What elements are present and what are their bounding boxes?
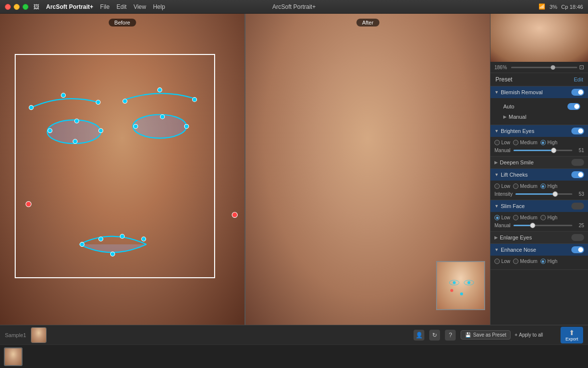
- menu-edit[interactable]: Edit: [117, 3, 127, 10]
- film-item-1[interactable]: [4, 347, 23, 366]
- svg-point-12: [133, 124, 138, 129]
- svg-point-8: [48, 129, 52, 133]
- after-image: [245, 14, 490, 325]
- bottom-toolbar: Sample1 👤 ↻ ? 💾 Save as Preset + Apply t…: [0, 325, 588, 344]
- apply-all-button[interactable]: + Apply to all: [514, 332, 543, 338]
- nose-low-radio[interactable]: [494, 259, 500, 264]
- nose-medium-label: Medium: [520, 259, 538, 264]
- brighten-high-option[interactable]: High: [540, 140, 558, 145]
- blemish-toggle[interactable]: [571, 89, 584, 96]
- brighten-high-label: High: [547, 140, 558, 145]
- enhance-nose-expand-arrow: ▼: [494, 247, 499, 252]
- edit-link[interactable]: Edit: [574, 77, 583, 82]
- enhance-nose-toggle[interactable]: [571, 246, 584, 253]
- before-label: Before: [108, 19, 136, 26]
- slim-face-toggle[interactable]: [571, 203, 584, 210]
- slim-face-content: Low Medium High Manual: [490, 212, 588, 231]
- brighten-slider-row: Manual 51: [494, 148, 584, 153]
- filmstrip: [0, 344, 588, 368]
- brighten-eyes-toggle[interactable]: [571, 128, 584, 134]
- nose-medium-option[interactable]: Medium: [513, 259, 538, 264]
- brighten-medium-option[interactable]: Medium: [513, 140, 538, 145]
- enhance-nose-radio-row: Low Medium High: [494, 259, 584, 264]
- nose-high-label: High: [547, 259, 558, 264]
- brighten-medium-radio[interactable]: [513, 140, 518, 145]
- cheeks-slider[interactable]: [515, 193, 572, 195]
- refresh-icon[interactable]: ↻: [429, 330, 440, 341]
- cheeks-low-radio[interactable]: [494, 184, 500, 189]
- svg-point-15: [80, 242, 84, 247]
- zoom-slider[interactable]: [511, 67, 577, 68]
- menu-file[interactable]: File: [100, 3, 109, 10]
- nose-high-option[interactable]: High: [540, 259, 558, 264]
- enlarge-eyes-section[interactable]: ▶ Enlarge Eyes: [490, 232, 588, 244]
- before-panel: Before: [0, 14, 245, 325]
- blemish-auto-toggle[interactable]: [567, 103, 580, 110]
- close-button[interactable]: [5, 4, 11, 10]
- export-button[interactable]: ⬆ Export: [561, 327, 583, 343]
- deepen-smile-toggle[interactable]: [571, 159, 584, 166]
- enhance-nose-header[interactable]: ▼ Enhance Nose: [490, 244, 588, 256]
- menu-help[interactable]: Help: [153, 3, 165, 10]
- slim-high-radio[interactable]: [540, 215, 546, 220]
- battery-pct: 3%: [549, 4, 557, 10]
- blemish-removal-header[interactable]: ▼ Blemish Removal: [490, 86, 588, 98]
- cheeks-medium-radio[interactable]: [513, 184, 518, 189]
- svg-point-1: [133, 115, 186, 138]
- nose-low-option[interactable]: Low: [494, 259, 510, 264]
- cheeks-medium-option[interactable]: Medium: [513, 184, 538, 189]
- brighten-slider[interactable]: [514, 150, 572, 151]
- export-section: ⬆ Export: [561, 327, 583, 343]
- blemish-expand-arrow: ▼: [494, 90, 499, 95]
- blemish-auto-item: Auto: [494, 101, 584, 112]
- slim-medium-option[interactable]: Medium: [513, 215, 538, 220]
- svg-point-9: [74, 119, 79, 123]
- slim-slider[interactable]: [514, 225, 572, 226]
- brighten-eyes-header[interactable]: ▼ Brighten Eyes: [490, 125, 588, 137]
- lift-cheeks-radio-row: Low Medium High: [494, 184, 584, 189]
- brighten-high-radio[interactable]: [540, 140, 546, 145]
- brighten-slider-value: 51: [575, 148, 584, 153]
- zoom-fit-icon[interactable]: ⊡: [579, 64, 584, 71]
- brighten-eyes-title: Brighten Eyes: [501, 128, 571, 134]
- slim-face-expand-arrow: ▼: [494, 204, 499, 209]
- slim-high-option[interactable]: High: [540, 215, 558, 220]
- face-detect-icon[interactable]: 👤: [414, 330, 424, 341]
- slim-medium-radio[interactable]: [513, 215, 518, 220]
- menu-view[interactable]: View: [133, 3, 146, 10]
- slim-low-radio[interactable]: [494, 215, 500, 220]
- slim-low-option[interactable]: Low: [494, 215, 510, 220]
- sample-label[interactable]: Sample1: [5, 332, 26, 338]
- save-preset-icon: 💾: [465, 332, 471, 338]
- thumb-item-1[interactable]: [31, 327, 47, 343]
- time-label: Cp 18:46: [561, 4, 583, 10]
- blemish-content: Auto ▶ Manual: [490, 98, 588, 125]
- svg-point-7: [193, 98, 197, 102]
- svg-point-3: [61, 93, 66, 98]
- brighten-low-option[interactable]: Low: [494, 140, 510, 145]
- help-icon[interactable]: ?: [445, 330, 456, 341]
- save-preset-button[interactable]: 💾 Save as Preset: [461, 330, 511, 340]
- svg-point-21: [232, 212, 238, 217]
- cheeks-slider-label: Intensity: [494, 191, 513, 197]
- cheeks-low-option[interactable]: Low: [494, 184, 510, 189]
- cheeks-slider-row: Intensity 53: [494, 191, 584, 197]
- maximize-button[interactable]: [23, 4, 28, 10]
- cheeks-high-radio[interactable]: [540, 184, 546, 189]
- cheeks-high-option[interactable]: High: [540, 184, 558, 189]
- brighten-eyes-content: Low Medium High Manual: [490, 137, 588, 156]
- brighten-low-radio[interactable]: [494, 140, 500, 145]
- enlarge-eyes-toggle[interactable]: [571, 234, 584, 241]
- nose-high-radio[interactable]: [540, 259, 546, 264]
- slim-face-header[interactable]: ▼ Slim Face: [490, 200, 588, 212]
- slim-low-label: Low: [501, 215, 510, 220]
- lift-cheeks-toggle[interactable]: [571, 171, 584, 178]
- minimize-button[interactable]: [14, 4, 20, 10]
- slim-slider-label: Manual: [494, 223, 511, 228]
- deepen-smile-section[interactable]: ▶ Deepen Smile: [490, 157, 588, 169]
- export-icon: ⬆: [569, 329, 575, 337]
- lift-cheeks-header[interactable]: ▼ Lift Cheeks: [490, 169, 588, 181]
- svg-point-18: [142, 237, 146, 241]
- nose-medium-radio[interactable]: [513, 259, 518, 264]
- slim-high-label: High: [547, 215, 558, 220]
